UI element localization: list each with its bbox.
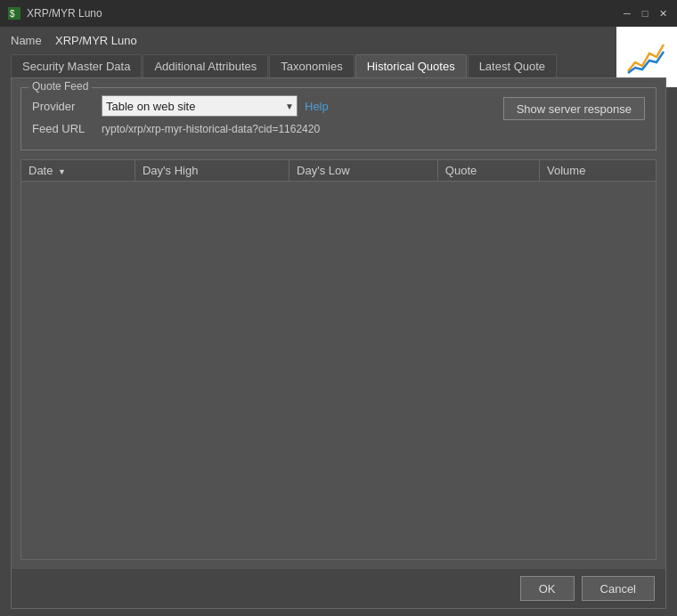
- col-header-date[interactable]: Date ▼: [21, 160, 135, 182]
- cancel-button[interactable]: Cancel: [582, 576, 655, 601]
- ok-button[interactable]: OK: [520, 576, 575, 601]
- provider-label: Provider: [32, 100, 94, 113]
- title-bar: $ XRP/MYR Luno ─ □ ✕: [0, 0, 677, 27]
- tab-historical-quotes[interactable]: Historical Quotes: [355, 54, 467, 77]
- bottom-bar: OK Cancel: [12, 568, 665, 608]
- col-header-days-high[interactable]: Day's High: [135, 160, 289, 182]
- group-box-legend: Quote Feed: [29, 80, 92, 93]
- data-table-wrapper: Date ▼ Day's High Day's Low Quote: [20, 159, 657, 560]
- maximize-button[interactable]: □: [638, 6, 652, 20]
- svg-text:$: $: [10, 9, 15, 19]
- provider-select-wrapper[interactable]: Table on web site ▼: [102, 95, 298, 117]
- sort-icon: ▼: [58, 167, 66, 176]
- table-body: [21, 182, 656, 560]
- col-header-days-low[interactable]: Day's Low: [290, 160, 438, 182]
- col-header-quote[interactable]: Quote: [437, 160, 539, 182]
- quote-feed-group: Quote Feed Provider Table on web site ▼: [20, 87, 657, 150]
- help-link[interactable]: Help: [305, 100, 329, 113]
- name-label: Name: [11, 34, 46, 47]
- tab-taxonomies[interactable]: Taxonomies: [269, 54, 354, 77]
- content-area: Quote Feed Provider Table on web site ▼: [11, 77, 666, 609]
- name-row: Name XRP/MYR Luno: [11, 34, 666, 47]
- tab-latest-quote[interactable]: Latest Quote: [468, 54, 557, 77]
- feed-url-label: Feed URL: [32, 122, 94, 135]
- tab-additional-attributes[interactable]: Additional Attributes: [143, 54, 268, 77]
- close-button[interactable]: ✕: [656, 6, 670, 20]
- left-feed-group: Provider Table on web site ▼ Help F: [32, 95, 489, 141]
- window-body: Name XRP/MYR Luno Security Master Data A…: [0, 27, 677, 616]
- app-icon: $: [7, 6, 21, 20]
- tabs-bar: Security Master Data Additional Attribut…: [11, 54, 666, 77]
- feed-url-row: Feed URL rypto/xrp/xrp-myr-historical-da…: [32, 122, 489, 135]
- tab-security-master[interactable]: Security Master Data: [11, 54, 142, 77]
- window-title: XRP/MYR Luno: [27, 7, 102, 20]
- table-header-row: Date ▼ Day's High Day's Low Quote: [21, 160, 656, 182]
- name-value: XRP/MYR Luno: [55, 34, 666, 47]
- show-server-response-button[interactable]: Show server response: [503, 97, 645, 120]
- window-controls[interactable]: ─ □ ✕: [620, 6, 670, 20]
- col-header-volume[interactable]: Volume: [540, 160, 656, 182]
- feed-url-value: rypto/xrp/xrp-myr-historical-data?cid=11…: [102, 123, 320, 135]
- provider-select[interactable]: Table on web site: [102, 95, 298, 117]
- main-content: Quote Feed Provider Table on web site ▼: [20, 87, 657, 599]
- historical-quotes-table: Date ▼ Day's High Day's Low Quote: [21, 160, 656, 559]
- provider-row: Provider Table on web site ▼ Help: [32, 95, 489, 117]
- minimize-button[interactable]: ─: [620, 6, 634, 20]
